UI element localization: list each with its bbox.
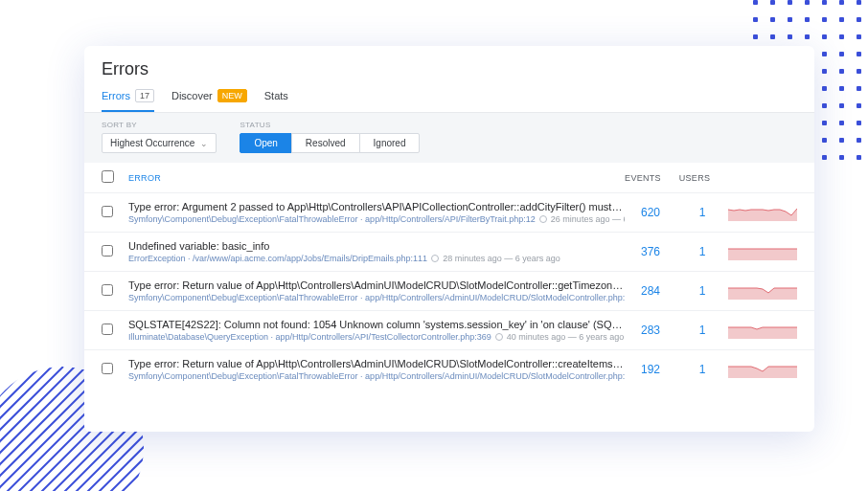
svg-rect-26 <box>839 52 844 56</box>
svg-rect-47 <box>839 103 844 108</box>
svg-rect-0 <box>753 0 758 5</box>
tab-discover[interactable]: DiscoverNEW <box>171 89 247 112</box>
svg-rect-61 <box>839 138 844 143</box>
table-header: ERROR EVENTS USERS <box>84 163 814 192</box>
tab-label: Discover <box>171 90 213 101</box>
svg-rect-15 <box>770 34 775 39</box>
svg-rect-41 <box>857 86 861 91</box>
error-title: Type error: Return value of App\Http\Con… <box>128 358 625 369</box>
error-title: SQLSTATE[42S22]: Column not found: 1054 … <box>128 319 625 330</box>
events-count: 284 <box>625 284 676 298</box>
status-label: STATUS <box>240 121 420 129</box>
svg-rect-5 <box>839 0 844 5</box>
error-meta: Symfony\Component\Debug\Exception\FatalT… <box>128 214 625 224</box>
svg-rect-46 <box>822 103 827 108</box>
select-all-checkbox[interactable] <box>102 170 114 183</box>
svg-rect-55 <box>857 121 861 125</box>
sparkline <box>728 243 797 260</box>
svg-rect-69 <box>857 155 861 160</box>
error-time: 40 minutes ago — 6 years ago <box>507 332 625 342</box>
svg-rect-20 <box>857 34 861 39</box>
users-count: 1 <box>676 284 728 298</box>
sparkline <box>728 361 797 378</box>
users-count: 1 <box>676 324 728 337</box>
header: Errors Errors17DiscoverNEWStats <box>84 46 814 113</box>
svg-rect-16 <box>788 34 792 39</box>
col-users[interactable]: USERS <box>669 173 720 183</box>
tab-stats[interactable]: Stats <box>264 89 288 112</box>
error-source: Symfony\Component\Debug\Exception\FatalT… <box>128 293 625 302</box>
users-count: 1 <box>676 245 728 258</box>
svg-rect-10 <box>805 17 810 22</box>
filter-bar: SORT BY Highest Occurrence ⌄ STATUS Open… <box>84 113 814 163</box>
svg-rect-4 <box>822 0 827 5</box>
events-count: 192 <box>625 363 676 376</box>
svg-rect-34 <box>857 69 861 74</box>
tab-label: Stats <box>264 90 288 101</box>
status-ignored-button[interactable]: Ignored <box>359 133 421 153</box>
status-open-button[interactable]: Open <box>240 133 291 153</box>
users-count: 1 <box>676 206 728 219</box>
sparkline <box>728 204 797 221</box>
events-count: 620 <box>625 206 676 219</box>
table-row[interactable]: Type error: Return value of App\Http\Con… <box>84 271 814 310</box>
svg-rect-53 <box>822 121 827 125</box>
table-row[interactable]: SQLSTATE[42S22]: Column not found: 1054 … <box>84 310 814 349</box>
svg-rect-7 <box>753 17 758 22</box>
svg-rect-19 <box>839 34 844 39</box>
svg-rect-12 <box>839 17 844 22</box>
error-meta: ErrorException · /var/www/api.acme.com/a… <box>128 254 625 263</box>
error-source: Symfony\Component\Debug\Exception\FatalT… <box>128 214 536 224</box>
table-row[interactable]: Type error: Argument 2 passed to App\Htt… <box>84 192 814 232</box>
clock-icon <box>495 333 503 341</box>
error-time: 28 minutes ago — 6 years ago <box>443 254 560 263</box>
svg-rect-1 <box>770 0 775 5</box>
error-title: Undefined variable: basic_info <box>128 240 625 252</box>
svg-rect-18 <box>822 34 827 39</box>
clock-icon <box>539 215 547 223</box>
sort-label: SORT BY <box>102 121 217 129</box>
svg-rect-2 <box>788 0 792 5</box>
table-row[interactable]: Undefined variable: basic_infoErrorExcep… <box>84 232 814 271</box>
svg-rect-3 <box>805 0 810 5</box>
tab-label: Errors <box>102 90 130 101</box>
svg-rect-14 <box>753 34 758 39</box>
error-title: Type error: Argument 2 passed to App\Htt… <box>128 201 625 212</box>
svg-rect-6 <box>857 0 861 5</box>
page-title: Errors <box>102 59 797 79</box>
status-resolved-button[interactable]: Resolved <box>291 133 360 153</box>
error-title: Type error: Return value of App\Http\Con… <box>128 279 625 291</box>
row-checkbox[interactable] <box>102 363 113 374</box>
tab-errors[interactable]: Errors17 <box>102 89 154 112</box>
error-list: Type error: Argument 2 passed to App\Htt… <box>84 192 814 389</box>
svg-rect-39 <box>822 86 827 91</box>
svg-rect-54 <box>839 121 844 125</box>
svg-rect-48 <box>857 103 861 108</box>
svg-rect-60 <box>822 138 827 143</box>
row-checkbox[interactable] <box>102 284 113 296</box>
error-source: Illuminate\Database\QueryException · app… <box>128 332 491 342</box>
col-events[interactable]: EVENTS <box>617 173 669 183</box>
row-checkbox[interactable] <box>102 324 113 335</box>
error-meta: Symfony\Component\Debug\Exception\FatalT… <box>128 293 625 302</box>
error-meta: Symfony\Component\Debug\Exception\FatalT… <box>128 371 625 381</box>
svg-rect-13 <box>857 17 861 22</box>
tabs: Errors17DiscoverNEWStats <box>102 89 797 112</box>
table-row[interactable]: Type error: Return value of App\Http\Con… <box>84 349 814 389</box>
chevron-down-icon: ⌄ <box>200 139 208 148</box>
svg-rect-33 <box>839 69 844 74</box>
row-checkbox[interactable] <box>102 245 113 257</box>
sort-value: Highest Occurrence <box>110 138 194 148</box>
svg-rect-68 <box>839 155 844 160</box>
tab-badge: NEW <box>217 89 247 102</box>
status-group: STATUS OpenResolvedIgnored <box>240 121 420 153</box>
svg-rect-27 <box>857 52 861 56</box>
users-count: 1 <box>676 363 728 376</box>
clock-icon <box>431 255 439 262</box>
error-source: Symfony\Component\Debug\Exception\FatalT… <box>128 371 625 381</box>
row-checkbox[interactable] <box>102 206 113 217</box>
col-error[interactable]: ERROR <box>128 173 617 183</box>
errors-panel: Errors Errors17DiscoverNEWStats SORT BY … <box>84 46 814 432</box>
svg-rect-9 <box>788 17 792 22</box>
sort-select[interactable]: Highest Occurrence ⌄ <box>102 133 217 153</box>
